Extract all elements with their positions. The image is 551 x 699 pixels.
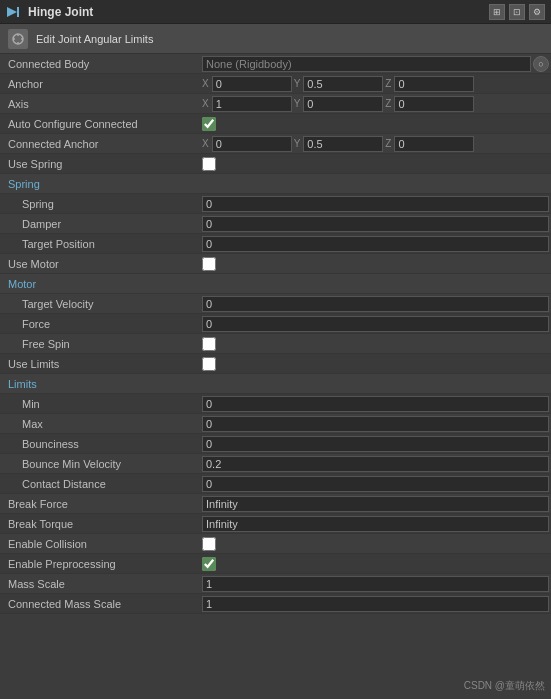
value-area-enable-collision [202,537,549,551]
checkbox-enable-collision[interactable] [202,537,216,551]
input-bounce-min-velocity[interactable] [202,456,549,472]
section-label-section-spring: Spring [2,178,202,190]
label-damper: Damper [2,218,202,230]
edit-header-text: Edit Joint Angular Limits [36,33,153,45]
label-break-torque: Break Torque [2,518,202,530]
value-area-mass-scale [202,576,549,592]
row-section-motor: Motor [0,274,551,294]
edit-icon [8,29,28,49]
x-input-connected-anchor[interactable] [212,136,292,152]
settings-btn[interactable]: ⚙ [529,4,545,20]
y-label-anchor: Y [294,78,301,89]
label-auto-configure: Auto Configure Connected [2,118,202,130]
input-max[interactable] [202,416,549,432]
layout-btn[interactable]: ⊞ [489,4,505,20]
row-bounce-min-velocity: Bounce Min Velocity [0,454,551,474]
input-connected-mass-scale[interactable] [202,596,549,612]
watermark: CSDN @童萌依然 [464,679,545,693]
value-area-target-velocity [202,296,549,312]
label-mass-scale: Mass Scale [2,578,202,590]
input-contact-distance[interactable] [202,476,549,492]
input-force[interactable] [202,316,549,332]
value-area-target-position [202,236,549,252]
input-target-position[interactable] [202,236,549,252]
z-input-connected-anchor[interactable] [394,136,474,152]
checkbox-auto-configure[interactable] [202,117,216,131]
label-target-velocity: Target Velocity [2,298,202,310]
value-area-axis: XYZ [202,96,549,112]
input-min[interactable] [202,396,549,412]
svg-marker-0 [7,7,17,17]
input-connected-body[interactable] [202,56,531,72]
value-area-use-limits [202,357,549,371]
label-enable-collision: Enable Collision [2,538,202,550]
input-spring-val[interactable] [202,196,549,212]
input-target-velocity[interactable] [202,296,549,312]
value-area-enable-preprocessing [202,557,549,571]
checkbox-use-spring[interactable] [202,157,216,171]
row-target-position: Target Position [0,234,551,254]
z-input-anchor[interactable] [394,76,474,92]
value-area-connected-anchor: XYZ [202,136,549,152]
row-auto-configure: Auto Configure Connected [0,114,551,134]
row-enable-collision: Enable Collision [0,534,551,554]
checkbox-use-motor[interactable] [202,257,216,271]
row-anchor: AnchorXYZ [0,74,551,94]
input-mass-scale[interactable] [202,576,549,592]
label-connected-body: Connected Body [2,58,202,70]
label-contact-distance: Contact Distance [2,478,202,490]
row-break-torque: Break Torque [0,514,551,534]
row-connected-anchor: Connected AnchorXYZ [0,134,551,154]
row-damper: Damper [0,214,551,234]
row-bounciness: Bounciness [0,434,551,454]
input-damper[interactable] [202,216,549,232]
label-enable-preprocessing: Enable Preprocessing [2,558,202,570]
label-max: Max [2,418,202,430]
select-btn-connected-body[interactable]: ○ [533,56,549,72]
z-label-anchor: Z [385,78,391,89]
row-section-limits: Limits [0,374,551,394]
window-title: Hinge Joint [28,5,489,19]
lock-btn[interactable]: ⊡ [509,4,525,20]
checkbox-use-limits[interactable] [202,357,216,371]
input-break-force[interactable] [202,496,549,512]
label-axis: Axis [2,98,202,110]
row-break-force: Break Force [0,494,551,514]
x-input-anchor[interactable] [212,76,292,92]
y-input-connected-anchor[interactable] [303,136,383,152]
checkbox-free-spin[interactable] [202,337,216,351]
row-enable-preprocessing: Enable Preprocessing [0,554,551,574]
z-label-axis: Z [385,98,391,109]
row-section-spring: Spring [0,174,551,194]
y-input-axis[interactable] [303,96,383,112]
label-bounce-min-velocity: Bounce Min Velocity [2,458,202,470]
row-use-motor: Use Motor [0,254,551,274]
value-area-use-spring [202,157,549,171]
row-free-spin: Free Spin [0,334,551,354]
row-contact-distance: Contact Distance [0,474,551,494]
input-bounciness[interactable] [202,436,549,452]
value-area-free-spin [202,337,549,351]
value-area-bounce-min-velocity [202,456,549,472]
x-label-axis: X [202,98,209,109]
label-use-motor: Use Motor [2,258,202,270]
row-max: Max [0,414,551,434]
z-input-axis[interactable] [394,96,474,112]
row-target-velocity: Target Velocity [0,294,551,314]
row-spring-val: Spring [0,194,551,214]
xyz-group-connected-anchor: XYZ [202,136,549,152]
y-label-connected-anchor: Y [294,138,301,149]
y-label-axis: Y [294,98,301,109]
x-input-axis[interactable] [212,96,292,112]
value-area-max [202,416,549,432]
label-spring-val: Spring [2,198,202,210]
input-break-torque[interactable] [202,516,549,532]
y-input-anchor[interactable] [303,76,383,92]
row-min: Min [0,394,551,414]
checkbox-enable-preprocessing[interactable] [202,557,216,571]
value-area-break-torque [202,516,549,532]
xyz-group-anchor: XYZ [202,76,549,92]
edit-header: Edit Joint Angular Limits [0,24,551,54]
label-free-spin: Free Spin [2,338,202,350]
title-actions: ⊞ ⊡ ⚙ [489,4,545,20]
